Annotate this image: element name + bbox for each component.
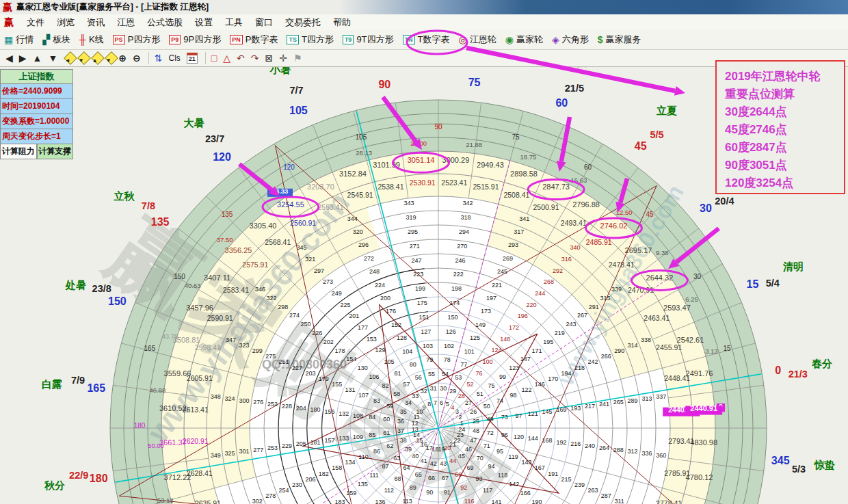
clear-box-button[interactable]: ⊠ bbox=[265, 51, 274, 65]
pan-down-button[interactable]: ▼ bbox=[77, 51, 91, 65]
calc-support-button[interactable]: 计算支撑 bbox=[37, 144, 74, 159]
toolbar-item-p-number-table[interactable]: PNP数字表 bbox=[230, 34, 278, 46]
svg-text:266: 266 bbox=[601, 353, 611, 360]
info-row-2: 时间=20190104 bbox=[0, 99, 73, 114]
svg-text:77: 77 bbox=[460, 361, 467, 368]
toolbar-item-t-number-table[interactable]: TNT数字表 bbox=[403, 34, 450, 46]
toolbar-item-kline[interactable]: ╫K线 bbox=[79, 34, 104, 46]
menu-item-3[interactable]: 资讯 bbox=[81, 15, 111, 30]
menu-item-10[interactable]: 帮助 bbox=[327, 15, 357, 30]
calendar-button[interactable]: 21 bbox=[187, 53, 198, 64]
rect-tool-button[interactable]: □ bbox=[211, 51, 217, 65]
svg-text:2583.41: 2583.41 bbox=[223, 286, 249, 294]
triangle-tool-button[interactable]: △ bbox=[223, 51, 230, 65]
cls-button[interactable]: Cls bbox=[168, 51, 180, 65]
svg-text:120: 120 bbox=[283, 163, 295, 171]
toolbar-item-winner-wheel[interactable]: ◉赢家轮 bbox=[505, 34, 543, 46]
nav-prev-button[interactable]: ◀ bbox=[5, 51, 13, 65]
svg-text:180: 180 bbox=[90, 473, 108, 484]
svg-text:342: 342 bbox=[462, 200, 473, 207]
svg-text:3356.25: 3356.25 bbox=[225, 246, 252, 254]
toolbar-item-gann-wheel[interactable]: ◎江恩轮 bbox=[459, 34, 496, 46]
svg-text:90: 90 bbox=[434, 123, 442, 131]
svg-text:3152.84: 3152.84 bbox=[339, 170, 367, 178]
svg-text:287: 287 bbox=[601, 492, 611, 499]
svg-text:174: 174 bbox=[449, 300, 460, 306]
svg-text:219: 219 bbox=[555, 330, 565, 336]
svg-text:179: 179 bbox=[319, 375, 329, 382]
svg-text:2530.91: 2530.91 bbox=[410, 178, 436, 187]
svg-text:6: 6 bbox=[440, 399, 443, 406]
svg-text:312: 312 bbox=[627, 448, 637, 455]
menu-item-4[interactable]: 江恩 bbox=[111, 15, 141, 30]
svg-text:88: 88 bbox=[395, 475, 401, 482]
menu-item-7[interactable]: 工具 bbox=[219, 15, 249, 30]
zoom-in-icon[interactable]: ⊕ bbox=[118, 51, 127, 65]
flag-tool-button[interactable]: ⚑ bbox=[293, 51, 302, 65]
pan-up-button[interactable]: ▲ bbox=[91, 51, 105, 65]
menu-item-9[interactable]: 交易委托 bbox=[279, 15, 327, 30]
axis-scale-button[interactable]: ⇅ bbox=[155, 51, 163, 65]
toolbar-item-quotes-table[interactable]: ▦行情 bbox=[4, 34, 34, 46]
toolbar-item-p-square[interactable]: PSP四方形 bbox=[113, 34, 161, 46]
svg-text:345: 345 bbox=[296, 244, 306, 251]
svg-text:58: 58 bbox=[393, 390, 400, 397]
svg-text:2560.91: 2560.91 bbox=[290, 219, 316, 227]
menu-item-8[interactable]: 窗口 bbox=[249, 15, 279, 30]
pan-left-button[interactable]: ◄ bbox=[64, 51, 77, 65]
svg-text:156: 156 bbox=[324, 408, 334, 415]
svg-text:36: 36 bbox=[397, 418, 404, 425]
toolbar-item-hexagon[interactable]: ◈六角形 bbox=[552, 34, 589, 46]
svg-text:142: 142 bbox=[509, 481, 519, 488]
svg-text:2796.88: 2796.88 bbox=[572, 200, 600, 209]
svg-text:51: 51 bbox=[477, 390, 483, 397]
window-title: 赢家江恩专业版[赢家服务平台] - [上证指数 江恩轮] bbox=[16, 1, 209, 13]
toolbar-item-winner-service[interactable]: $赢家服务 bbox=[598, 34, 641, 46]
svg-text:2553.41: 2553.41 bbox=[318, 203, 344, 211]
svg-text:289: 289 bbox=[627, 397, 637, 404]
toolbar-item-t9-square[interactable]: T99T四方形 bbox=[343, 34, 394, 46]
zoom-out-icon[interactable]: ⊖ bbox=[133, 51, 141, 65]
svg-text:202: 202 bbox=[323, 339, 334, 345]
svg-text:84: 84 bbox=[369, 414, 375, 421]
menu-item-5[interactable]: 公式选股 bbox=[141, 15, 189, 30]
svg-text:181: 181 bbox=[310, 439, 321, 446]
svg-text:239: 239 bbox=[574, 481, 585, 488]
toolbar-item-sectors[interactable]: ▞板块 bbox=[42, 34, 70, 46]
svg-text:129: 129 bbox=[375, 347, 386, 354]
svg-text:176: 176 bbox=[386, 308, 396, 315]
svg-text:110: 110 bbox=[358, 453, 368, 460]
svg-text:3559.66: 3559.66 bbox=[164, 369, 191, 377]
nav-next-button[interactable]: ▶ bbox=[19, 51, 27, 65]
fit-button[interactable]: ✛ bbox=[279, 51, 287, 65]
svg-text:348: 348 bbox=[211, 393, 221, 400]
rotate-cw-button[interactable]: ↷ bbox=[251, 51, 259, 65]
menu-item-6[interactable]: 设置 bbox=[189, 15, 219, 30]
nav-up-button[interactable]: ▲ bbox=[33, 51, 42, 65]
svg-text:346: 346 bbox=[255, 286, 265, 293]
rotate-ccw-button[interactable]: ↶ bbox=[237, 51, 245, 65]
svg-text:244: 244 bbox=[535, 290, 545, 297]
annotation-line-6: 90度3051点 bbox=[725, 157, 841, 174]
svg-text:28: 28 bbox=[458, 393, 465, 399]
svg-text:168: 168 bbox=[542, 437, 553, 444]
toolbar-item-t-square[interactable]: TST四方形 bbox=[287, 34, 333, 46]
svg-text:100: 100 bbox=[483, 358, 493, 365]
svg-text:274: 274 bbox=[289, 312, 300, 319]
svg-text:82: 82 bbox=[382, 382, 389, 389]
chart-area[interactable]: 赢家财富网www.yingjia360.comwww.yingjia360.co… bbox=[0, 67, 848, 504]
nav-down-button[interactable]: ▼ bbox=[48, 51, 57, 65]
svg-text:46: 46 bbox=[465, 446, 472, 453]
menu-item-2[interactable]: 浏览 bbox=[51, 15, 81, 30]
svg-text:90: 90 bbox=[426, 489, 433, 496]
symbol-title: 上证指数 bbox=[0, 69, 73, 84]
svg-text:311: 311 bbox=[615, 498, 624, 504]
toolbar-item-p9-square[interactable]: P99P四方形 bbox=[169, 34, 221, 46]
svg-text:302: 302 bbox=[252, 498, 263, 504]
svg-text:215: 215 bbox=[561, 476, 572, 483]
calc-resistance-button[interactable]: 计算阻力 bbox=[0, 144, 37, 159]
winner-wheel-icon: ◉ bbox=[505, 34, 514, 45]
svg-text:5/4: 5/4 bbox=[766, 278, 780, 289]
menu-item-1[interactable]: 文件 bbox=[21, 15, 51, 30]
pan-down-alt-button[interactable]: ▼ bbox=[105, 51, 118, 65]
